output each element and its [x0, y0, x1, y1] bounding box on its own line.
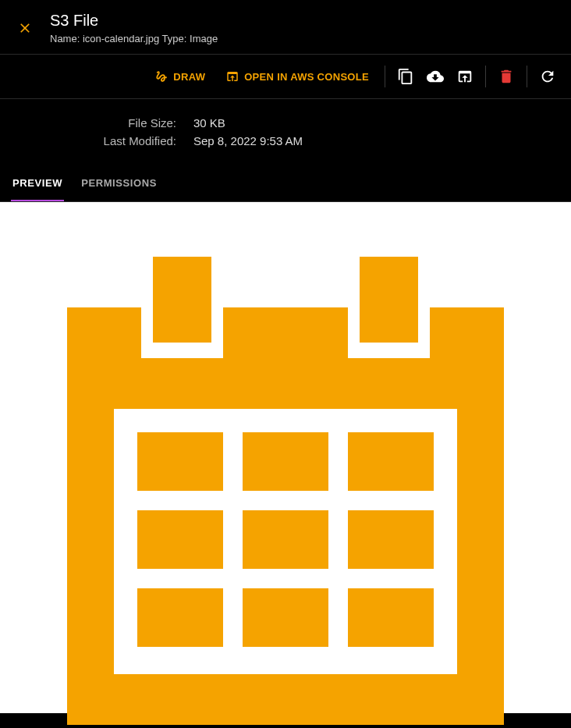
- tabs: PREVIEW PERMISSIONS: [0, 166, 571, 202]
- copy-icon: [397, 68, 414, 85]
- close-icon: [17, 20, 33, 36]
- svg-rect-5: [348, 432, 434, 491]
- page-subtitle: Name: icon-calendar.jpg Type: Image: [50, 33, 218, 44]
- toolbar-separator: [527, 66, 527, 87]
- tab-permissions[interactable]: PERMISSIONS: [80, 166, 158, 201]
- draw-label: DRAW: [173, 71, 205, 83]
- subtitle-type-label: Type:: [162, 33, 187, 44]
- open-aws-label: OPEN IN AWS CONSOLE: [244, 71, 369, 83]
- calendar-icon: [67, 257, 504, 725]
- open-new-button[interactable]: [451, 62, 479, 91]
- meta-row-last-modified: Last Modified: Sep 8, 2022 9:53 AM: [0, 134, 571, 147]
- delete-button[interactable]: [492, 62, 520, 91]
- svg-rect-0: [153, 257, 211, 343]
- meta-row-file-size: File Size: 30 KB: [0, 116, 571, 130]
- file-metadata: File Size: 30 KB Last Modified: Sep 8, 2…: [0, 99, 571, 166]
- file-size-value: 30 KB: [193, 116, 225, 130]
- toolbar-separator: [485, 66, 486, 87]
- last-modified-value: Sep 8, 2022 9:53 AM: [193, 134, 303, 147]
- draw-button[interactable]: DRAW: [145, 63, 215, 90]
- gesture-icon: [154, 69, 168, 83]
- svg-rect-1: [360, 257, 418, 343]
- tab-preview[interactable]: PREVIEW: [11, 166, 64, 201]
- svg-rect-8: [348, 510, 434, 569]
- svg-rect-6: [137, 510, 223, 569]
- cloud-download-icon: [427, 68, 444, 85]
- open-aws-button[interactable]: OPEN IN AWS CONSOLE: [216, 63, 378, 90]
- subtitle-type-value: Image: [190, 33, 218, 44]
- trash-icon: [498, 68, 515, 85]
- file-size-label: File Size:: [0, 116, 193, 130]
- toolbar: DRAW OPEN IN AWS CONSOLE: [0, 55, 571, 99]
- subtitle-name-label: Name:: [50, 33, 80, 44]
- download-button[interactable]: [421, 62, 449, 91]
- open-in-new-icon: [456, 68, 473, 85]
- title-block: S3 File Name: icon-calendar.jpg Type: Im…: [50, 12, 218, 44]
- open-in-browser-icon: [225, 69, 239, 83]
- svg-rect-3: [137, 432, 223, 491]
- refresh-icon: [539, 68, 556, 85]
- svg-rect-7: [243, 510, 328, 569]
- svg-rect-11: [348, 588, 434, 647]
- subtitle-name-value: icon-calendar.jpg: [83, 33, 159, 44]
- close-button[interactable]: [16, 19, 34, 37]
- preview-area: [0, 202, 571, 713]
- header: S3 File Name: icon-calendar.jpg Type: Im…: [0, 0, 571, 55]
- svg-rect-9: [137, 588, 223, 647]
- last-modified-label: Last Modified:: [0, 134, 193, 147]
- page-title: S3 File: [50, 12, 218, 30]
- svg-rect-4: [243, 432, 328, 491]
- svg-rect-10: [243, 588, 328, 647]
- refresh-button[interactable]: [534, 62, 562, 91]
- toolbar-separator: [385, 66, 385, 87]
- copy-button[interactable]: [392, 62, 420, 91]
